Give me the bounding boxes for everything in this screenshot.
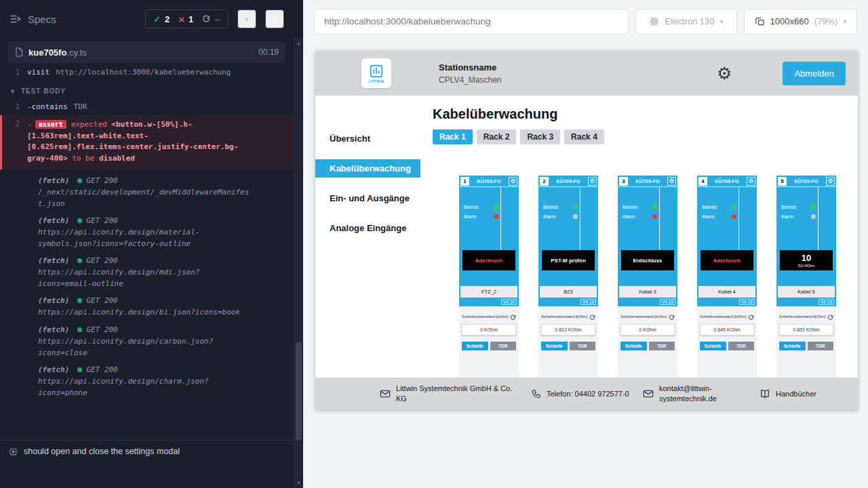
iso-unit-label: ISO MOhm — [797, 264, 814, 268]
schleife-button[interactable]: Schleife — [462, 342, 488, 350]
firmware-version: V4.19 — [660, 299, 675, 305]
tdr-button[interactable]: TDR — [728, 342, 755, 350]
tab-rack-2[interactable]: Rack 2 — [477, 129, 517, 144]
stop-button[interactable] — [265, 9, 284, 28]
card-gear-icon[interactable]: ⚙ — [667, 177, 676, 186]
footer-company: Littwin Systemtechnik GmbH & Co. KG — [380, 384, 521, 404]
contains-command: -contains — [27, 102, 68, 111]
schleife-button[interactable]: Schleife — [779, 342, 806, 350]
card-model: KÜ705-FO — [707, 179, 747, 184]
status-text: Aderbruch — [713, 258, 741, 264]
tab-rack-1[interactable]: Rack 1 — [433, 129, 473, 144]
stat-failed: ×1 — [178, 14, 193, 25]
alarm-dot — [652, 214, 657, 219]
log-contains[interactable]: 1 -contains TDR — [0, 100, 294, 114]
tdr-button[interactable]: TDR — [808, 342, 834, 350]
collapse-button[interactable]: ▾ — [237, 9, 256, 28]
scroll-down-icon[interactable]: ▼ — [294, 478, 303, 488]
footer-manuals[interactable]: Handbücher — [760, 388, 816, 399]
tdr-button[interactable]: TDR — [649, 342, 675, 350]
card-model: KÜ705-FO — [787, 179, 826, 184]
footer-email[interactable]: kontakt@littwin-systemtechnik.de — [643, 384, 728, 404]
fetch-log-entry[interactable]: (fetch)GET 200 /_next/static/development… — [0, 169, 294, 209]
fetch-log-entry[interactable]: (fetch)GET 200 https://api.iconify.desig… — [0, 359, 294, 399]
firmware-version: V4.19 — [739, 299, 755, 305]
sidebar-item-ein-und-ausgaenge[interactable]: Ein- und Ausgänge — [315, 189, 420, 207]
card-gear-icon[interactable]: ⚙ — [509, 177, 517, 186]
fetch-url: /_next/static/development/_devMiddleware… — [38, 186, 250, 209]
card-gear-icon[interactable]: ⚙ — [826, 177, 835, 186]
x-icon: × — [178, 14, 184, 25]
scroll-up-icon[interactable]: ▲ — [294, 38, 303, 48]
sidebar-item-kabelueberwachung[interactable]: Kabelüberwachung — [315, 159, 420, 178]
refresh-icon[interactable] — [669, 314, 675, 321]
assert-badge: assert — [35, 120, 66, 129]
stat-passed: ✓2 — [153, 14, 170, 24]
fetch-log-entry[interactable]: (fetch)GET 200 https://api.iconify.desig… — [0, 249, 294, 289]
success-dot-icon — [77, 178, 82, 183]
card-number: 2 — [540, 177, 549, 186]
sidebar-item-analoge-eingaenge[interactable]: Analoge Eingänge — [315, 219, 420, 237]
check-icon: ✓ — [153, 14, 161, 24]
alarm-dot — [573, 214, 578, 219]
card-gear-icon[interactable]: ⚙ — [747, 177, 755, 186]
refresh-icon[interactable] — [748, 314, 754, 321]
schleife-button[interactable]: Schleife — [620, 342, 647, 350]
tab-rack-4[interactable]: Rack 4 — [564, 129, 604, 144]
loop-resistance-value: 0.812 KOhm — [541, 324, 595, 336]
betrieb-dot — [573, 205, 578, 209]
card-gear-icon[interactable]: ⚙ — [588, 177, 597, 186]
test-stats: ✓2 ×1 -- — [145, 9, 229, 28]
status-text: Aderbruch — [475, 258, 502, 264]
refresh-icon[interactable] — [510, 314, 516, 321]
fetch-log-entry[interactable]: (fetch)GET 200 https://api.iconify.desig… — [0, 289, 294, 318]
sidebar-item-uebersicht[interactable]: Übersicht — [315, 129, 420, 148]
fetch-log-entry[interactable]: (fetch)GET 200 https://api.iconify.desig… — [0, 319, 294, 359]
scrollbar-thumb[interactable] — [296, 342, 302, 441]
footer-phone[interactable]: Telefon: 04402 972577-0 — [531, 389, 633, 399]
iso-value: 10 — [802, 253, 811, 262]
visit-command: visit — [27, 68, 50, 77]
viewport-zoom: (79%) — [814, 16, 838, 26]
specs-menu-icon[interactable] — [9, 13, 22, 25]
status-display: Aderbruch — [701, 250, 753, 270]
device-cards: 1KÜ705-FO⚙ Betrieb Alarm Aderbruch FTZ_2… — [433, 176, 858, 378]
reporter-scrollbar[interactable]: ▲ ▼ — [294, 38, 303, 488]
test-body-section[interactable]: ▼ TEST BODY — [0, 79, 294, 100]
firmware-version: V4.19 — [580, 299, 596, 305]
littwin-logo: LITTWIN — [361, 58, 391, 88]
success-dot-icon — [77, 327, 82, 332]
loop-resistance-label: Schleifenwiderstand [kOhm] — [462, 314, 509, 319]
schleife-button[interactable]: Schleife — [541, 342, 568, 350]
loop-resistance-label: Schleifenwiderstand [kOhm] — [620, 314, 667, 319]
success-dot-icon — [77, 367, 82, 372]
fetch-log-entry[interactable]: (fetch)GET 200 https://api.iconify.desig… — [0, 209, 294, 249]
logo-text: LITTWIN — [368, 79, 384, 83]
logout-button[interactable]: Abmelden — [783, 62, 846, 85]
url-input[interactable] — [314, 9, 629, 35]
viewport-control[interactable]: 1000x660 (79%) ▾ — [744, 9, 857, 35]
contact-icon — [380, 388, 391, 399]
spec-file-bar[interactable]: kue705fo.cy.ts 00:19 — [8, 41, 285, 63]
next-test-row[interactable]: should open and close the settings modal — [0, 440, 294, 462]
stop-icon — [272, 16, 278, 22]
log-visit[interactable]: 1 visit http://localhost:3000/kabelueber… — [0, 65, 294, 79]
refresh-icon[interactable] — [589, 314, 595, 321]
refresh-icon[interactable] — [827, 314, 833, 321]
settings-gear-icon[interactable]: ⚙ — [717, 65, 732, 82]
assert-message: -assertexpected <button.w-[50%].h-[1.563… — [27, 119, 245, 164]
failed-assert[interactable]: 2 -assertexpected <button.w-[50%].h-[1.5… — [0, 115, 294, 169]
tab-rack-3[interactable]: Rack 3 — [520, 129, 560, 144]
device-card: 2KÜ705-FO⚙ Betrieb Alarm PST-M prüfen B2… — [538, 176, 598, 378]
rack-tabs: Rack 1 Rack 2 Rack 3 Rack 4 — [433, 129, 858, 144]
alarm-label: Alarm — [543, 214, 573, 219]
browser-select[interactable]: Electron 130 ▾ — [635, 9, 737, 35]
tdr-button[interactable]: TDR — [490, 342, 517, 350]
betrieb-dot — [494, 205, 498, 209]
specs-label[interactable]: Specs — [28, 14, 56, 25]
status-display: Aderbruch — [462, 250, 515, 270]
reporter-header: Specs ✓2 ×1 -- ▾ — [0, 0, 294, 38]
station-name: CPLV4_Maschen — [439, 75, 502, 85]
tdr-button[interactable]: TDR — [570, 342, 596, 350]
schleife-button[interactable]: Schleife — [700, 342, 726, 350]
